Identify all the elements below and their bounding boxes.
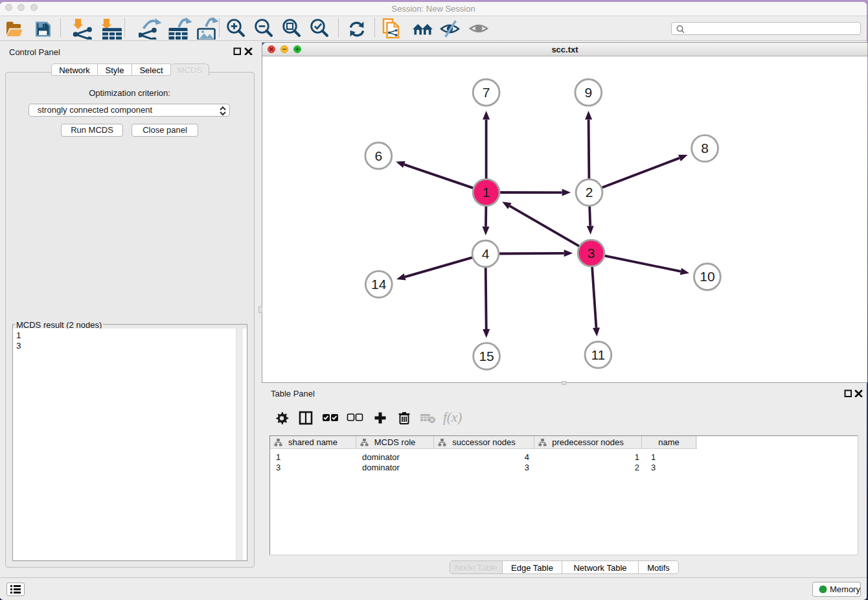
svg-text:11: 11 (591, 347, 605, 362)
svg-text:15: 15 (479, 349, 494, 363)
svg-text:10: 10 (700, 269, 714, 284)
svg-text:2: 2 (586, 185, 593, 200)
svg-text:14: 14 (371, 277, 387, 292)
svg-text:4: 4 (482, 246, 490, 261)
svg-text:6: 6 (374, 148, 382, 163)
svg-text:9: 9 (584, 85, 592, 100)
svg-text:8: 8 (701, 141, 709, 156)
svg-text:1: 1 (483, 185, 490, 200)
svg-text:7: 7 (483, 85, 490, 100)
svg-text:3: 3 (588, 246, 595, 260)
